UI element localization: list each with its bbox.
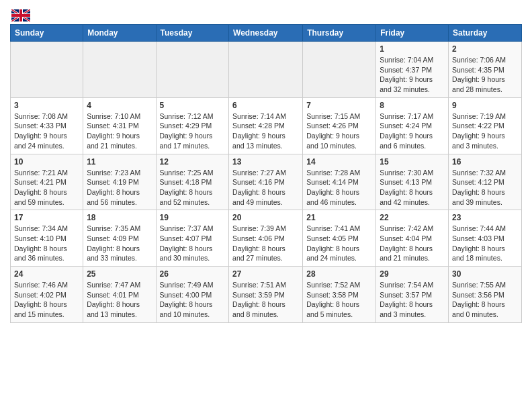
day-number: 16 [452,157,518,167]
cell-content: 19Sunrise: 7:37 AM Sunset: 4:07 PM Dayli… [160,213,226,263]
day-number: 17 [14,213,79,222]
day-info: Sunrise: 7:39 AM Sunset: 4:06 PM Dayligh… [232,224,299,263]
day-number: 28 [306,269,372,279]
calendar-cell: 24Sunrise: 7:46 AM Sunset: 4:02 PM Dayli… [11,267,83,323]
cell-content: 22Sunrise: 7:42 AM Sunset: 4:04 PM Dayli… [380,213,445,263]
day-info: Sunrise: 7:12 AM Sunset: 4:29 PM Dayligh… [160,111,226,151]
calendar-cell: 1Sunrise: 7:04 AM Sunset: 4:37 PM Daylig… [376,42,449,98]
cell-content: 7Sunrise: 7:15 AM Sunset: 4:26 PM Daylig… [306,101,372,151]
day-info: Sunrise: 7:10 AM Sunset: 4:31 PM Dayligh… [87,111,152,151]
cell-content: 3Sunrise: 7:08 AM Sunset: 4:33 PM Daylig… [14,101,79,151]
day-info: Sunrise: 7:28 AM Sunset: 4:14 PM Dayligh… [306,168,372,208]
day-info: Sunrise: 7:49 AM Sunset: 4:00 PM Dayligh… [160,280,226,320]
weekday-header-saturday: Saturday [449,25,522,42]
day-number: 30 [452,269,518,279]
day-info: Sunrise: 7:41 AM Sunset: 4:05 PM Dayligh… [306,224,372,263]
day-number: 6 [232,101,299,110]
day-number: 19 [160,213,226,222]
day-info: Sunrise: 7:54 AM Sunset: 3:57 PM Dayligh… [380,280,445,320]
weekday-header-wednesday: Wednesday [229,25,303,42]
calendar-cell: 7Sunrise: 7:15 AM Sunset: 4:26 PM Daylig… [303,97,376,154]
day-info: Sunrise: 7:25 AM Sunset: 4:18 PM Dayligh… [160,168,226,208]
day-info: Sunrise: 7:06 AM Sunset: 4:35 PM Dayligh… [452,55,518,95]
day-info: Sunrise: 7:17 AM Sunset: 4:24 PM Dayligh… [380,111,445,151]
cell-content: 23Sunrise: 7:44 AM Sunset: 4:03 PM Dayli… [452,213,518,263]
calendar-cell: 23Sunrise: 7:44 AM Sunset: 4:03 PM Dayli… [449,210,522,267]
day-info: Sunrise: 7:04 AM Sunset: 4:37 PM Dayligh… [380,55,445,95]
day-info: Sunrise: 7:15 AM Sunset: 4:26 PM Dayligh… [306,111,372,151]
day-info: Sunrise: 7:47 AM Sunset: 4:01 PM Dayligh… [87,280,152,320]
day-info: Sunrise: 7:51 AM Sunset: 3:59 PM Dayligh… [232,280,299,320]
calendar-cell: 8Sunrise: 7:17 AM Sunset: 4:24 PM Daylig… [376,97,449,154]
day-info: Sunrise: 7:52 AM Sunset: 3:58 PM Dayligh… [306,280,372,320]
svg-rect-8 [11,14,30,17]
cell-content: 15Sunrise: 7:30 AM Sunset: 4:13 PM Dayli… [380,157,445,208]
calendar-cell: 6Sunrise: 7:14 AM Sunset: 4:28 PM Daylig… [229,97,303,154]
day-number: 1 [380,44,445,54]
day-number: 15 [380,157,445,167]
calendar-cell: 4Sunrise: 7:10 AM Sunset: 4:31 PM Daylig… [83,97,156,154]
day-number: 20 [232,213,299,222]
day-info: Sunrise: 7:46 AM Sunset: 4:02 PM Dayligh… [14,280,79,320]
calendar-cell: 16Sunrise: 7:32 AM Sunset: 4:12 PM Dayli… [449,154,522,210]
calendar-cell: 28Sunrise: 7:52 AM Sunset: 3:58 PM Dayli… [303,267,376,323]
day-info: Sunrise: 7:35 AM Sunset: 4:09 PM Dayligh… [87,224,152,263]
cell-content: 21Sunrise: 7:41 AM Sunset: 4:05 PM Dayli… [306,213,372,263]
calendar-cell: 13Sunrise: 7:27 AM Sunset: 4:16 PM Dayli… [229,154,303,210]
cell-content: 1Sunrise: 7:04 AM Sunset: 4:37 PM Daylig… [380,44,445,95]
cell-content: 8Sunrise: 7:17 AM Sunset: 4:24 PM Daylig… [380,101,445,151]
calendar-cell: 5Sunrise: 7:12 AM Sunset: 4:29 PM Daylig… [156,97,229,154]
weekday-header-sunday: Sunday [11,25,83,42]
cell-content: 28Sunrise: 7:52 AM Sunset: 3:58 PM Dayli… [306,269,372,320]
logo-flag-icon [11,9,30,21]
cell-content: 24Sunrise: 7:46 AM Sunset: 4:02 PM Dayli… [14,269,79,320]
calendar-cell: 18Sunrise: 7:35 AM Sunset: 4:09 PM Dayli… [83,210,156,267]
calendar-cell: 22Sunrise: 7:42 AM Sunset: 4:04 PM Dayli… [376,210,449,267]
calendar-cell: 19Sunrise: 7:37 AM Sunset: 4:07 PM Dayli… [156,210,229,267]
cell-content: 29Sunrise: 7:54 AM Sunset: 3:57 PM Dayli… [380,269,445,320]
cell-content: 25Sunrise: 7:47 AM Sunset: 4:01 PM Dayli… [87,269,152,320]
cell-content: 11Sunrise: 7:23 AM Sunset: 4:19 PM Dayli… [87,157,152,208]
calendar-week-row: 24Sunrise: 7:46 AM Sunset: 4:02 PM Dayli… [11,267,522,323]
day-info: Sunrise: 7:55 AM Sunset: 3:56 PM Dayligh… [452,280,518,320]
day-info: Sunrise: 7:30 AM Sunset: 4:13 PM Dayligh… [380,168,445,208]
calendar-cell: 10Sunrise: 7:21 AM Sunset: 4:21 PM Dayli… [11,154,83,210]
calendar-cell: 14Sunrise: 7:28 AM Sunset: 4:14 PM Dayli… [303,154,376,210]
calendar-cell: 21Sunrise: 7:41 AM Sunset: 4:05 PM Dayli… [303,210,376,267]
day-number: 24 [14,269,79,279]
calendar-cell: 25Sunrise: 7:47 AM Sunset: 4:01 PM Dayli… [83,267,156,323]
cell-content: 17Sunrise: 7:34 AM Sunset: 4:10 PM Dayli… [14,213,79,263]
day-number: 7 [306,101,372,110]
calendar-cell: 12Sunrise: 7:25 AM Sunset: 4:18 PM Dayli… [156,154,229,210]
calendar-week-row: 17Sunrise: 7:34 AM Sunset: 4:10 PM Dayli… [11,210,522,267]
weekday-header-monday: Monday [83,25,156,42]
day-number: 2 [452,44,518,54]
day-info: Sunrise: 7:42 AM Sunset: 4:04 PM Dayligh… [380,224,445,263]
day-number: 3 [14,101,79,110]
page: SundayMondayTuesdayWednesdayThursdayFrid… [0,0,532,330]
header [10,7,522,21]
calendar-header-row: SundayMondayTuesdayWednesdayThursdayFrid… [11,25,522,42]
calendar-week-row: 10Sunrise: 7:21 AM Sunset: 4:21 PM Dayli… [11,154,522,210]
day-number: 29 [380,269,445,279]
weekday-header-thursday: Thursday [303,25,376,42]
day-number: 4 [87,101,152,110]
day-info: Sunrise: 7:19 AM Sunset: 4:22 PM Dayligh… [452,111,518,151]
cell-content: 4Sunrise: 7:10 AM Sunset: 4:31 PM Daylig… [87,101,152,151]
day-info: Sunrise: 7:44 AM Sunset: 4:03 PM Dayligh… [452,224,518,263]
calendar-cell: 17Sunrise: 7:34 AM Sunset: 4:10 PM Dayli… [11,210,83,267]
cell-content: 12Sunrise: 7:25 AM Sunset: 4:18 PM Dayli… [160,157,226,208]
calendar-cell: 11Sunrise: 7:23 AM Sunset: 4:19 PM Dayli… [83,154,156,210]
day-number: 9 [452,101,518,110]
cell-content: 6Sunrise: 7:14 AM Sunset: 4:28 PM Daylig… [232,101,299,151]
day-number: 10 [14,157,79,167]
calendar-cell: 26Sunrise: 7:49 AM Sunset: 4:00 PM Dayli… [156,267,229,323]
cell-content: 20Sunrise: 7:39 AM Sunset: 4:06 PM Dayli… [232,213,299,263]
weekday-header-friday: Friday [376,25,449,42]
weekday-header-tuesday: Tuesday [156,25,229,42]
calendar-cell: 2Sunrise: 7:06 AM Sunset: 4:35 PM Daylig… [449,42,522,98]
day-number: 8 [380,101,445,110]
day-number: 5 [160,101,226,110]
cell-content: 5Sunrise: 7:12 AM Sunset: 4:29 PM Daylig… [160,101,226,151]
logo [10,9,30,21]
